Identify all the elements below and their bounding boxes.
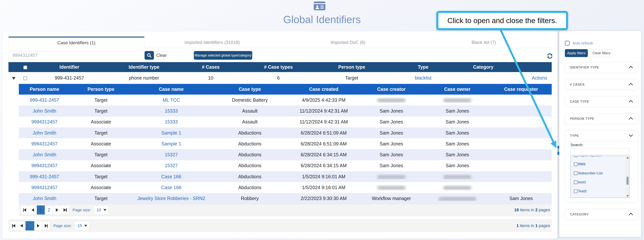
person-name-link[interactable]: 999-431-2457: [30, 97, 59, 103]
scroll-down-button[interactable]: [626, 194, 629, 198]
inner-pager-page-2-button[interactable]: 2: [45, 206, 53, 215]
person-name-link[interactable]: John Smith: [33, 130, 56, 135]
triangle-left-icon: [13, 224, 15, 228]
case-name-link[interactable]: ML TCC: [162, 97, 180, 103]
type-option-label: RMS: [578, 162, 586, 166]
case-name-link[interactable]: Sample 1: [161, 130, 181, 135]
id-card-icon: [314, 1, 326, 10]
case-name-link[interactable]: Case 166: [161, 174, 181, 179]
person-name-link[interactable]: 9994312457: [32, 185, 58, 190]
row-expander[interactable]: [8, 75, 19, 81]
filter-section-title: CATEGORY: [570, 213, 589, 216]
filter-section-header-category[interactable]: CATEGORY: [565, 209, 638, 220]
filter-section-header-case-type[interactable]: CASE TYPE: [565, 96, 638, 107]
person-name-link[interactable]: John Smith: [33, 108, 56, 114]
search-button[interactable]: [144, 51, 154, 60]
inner-pager-page-1-button[interactable]: 1: [37, 206, 45, 215]
actions-link[interactable]: Actions: [532, 75, 547, 81]
type-options-listbox: Report SystemRMSSubscriber Listtest1Test…: [570, 156, 629, 198]
tab-case-identifiers-1[interactable]: Case Identifiers (1): [8, 37, 144, 48]
outer-pager-last-page-button[interactable]: [42, 221, 50, 231]
row-checkbox-cell: [19, 75, 32, 81]
outer-pager-page-size-select[interactable]: 15: [74, 221, 89, 231]
type-option-label: Report System: [578, 156, 602, 157]
type-search-input[interactable]: [570, 148, 629, 155]
filter-section-header-identifier-type[interactable]: IDENTIFIER TYPE: [565, 62, 638, 73]
last-page-icon: [45, 224, 48, 228]
type-option-checkbox[interactable]: [574, 171, 578, 175]
outer-pager-first-page-button[interactable]: [10, 221, 18, 231]
inner-header-case-type: Case type: [211, 87, 289, 92]
splitter-bar[interactable]: [557, 31, 559, 239]
outer-pager-pages-count: 1: [535, 223, 538, 228]
case-creator: Sam Jones: [358, 152, 424, 157]
filter-section-title: TYPE: [570, 134, 579, 138]
filter-section-header-person-type[interactable]: PERSON TYPE: [565, 113, 638, 124]
type-option-rms[interactable]: RMS: [571, 160, 629, 169]
outer-pager-page-1-button[interactable]: 1: [26, 221, 34, 231]
inner-pager-page-size-select[interactable]: 10: [94, 205, 108, 215]
case-name-link[interactable]: 15333: [165, 119, 178, 124]
person-name-link[interactable]: John Smith: [33, 196, 56, 201]
case-name-link[interactable]: Case 166: [161, 185, 181, 190]
case-owner: Sam Jones: [424, 163, 490, 168]
filters-panel: Auto refresh Apply filters Clear filters…: [559, 31, 641, 237]
outer-header-cases: # Cases: [181, 64, 241, 70]
type-option-checkbox[interactable]: [574, 190, 578, 193]
case-name-link[interactable]: Jewelry Store Robberies - SRN2: [137, 196, 205, 201]
refresh-button[interactable]: [547, 53, 552, 58]
case-owner: [424, 196, 490, 201]
person-name-link[interactable]: 9994312457: [32, 141, 58, 146]
tab-black-list-7[interactable]: Black list (7): [416, 37, 552, 48]
scroll-up-button[interactable]: [626, 156, 629, 159]
type-option-checkbox[interactable]: [574, 156, 578, 157]
type-option-checkbox[interactable]: [574, 162, 578, 166]
scrollbar-thumb[interactable]: [626, 177, 628, 185]
auto-refresh-toggle[interactable]: Auto refresh: [565, 41, 593, 46]
identifier-search-input[interactable]: [8, 51, 144, 60]
clear-filters-button[interactable]: Clear filters: [590, 49, 612, 57]
select-all-checkbox[interactable]: [24, 66, 27, 69]
inner-pager-buttons: 12: [20, 205, 69, 215]
listbox-scrollbar[interactable]: [626, 156, 629, 198]
type-link[interactable]: blacklist: [415, 75, 432, 81]
type-option-test2[interactable]: Test2: [571, 187, 629, 196]
inner-pager-next-page-button[interactable]: [53, 206, 61, 215]
clear-search-button[interactable]: Clear: [156, 51, 168, 60]
type-option-test1[interactable]: test1: [571, 178, 629, 187]
inner-pager-page-size-label: Page size:: [72, 208, 91, 212]
type-option-report-system[interactable]: Report System: [571, 156, 629, 160]
inner-pager-first-page-button[interactable]: [21, 206, 29, 215]
outer-pager-next-page-button[interactable]: [34, 221, 42, 231]
person-name-link[interactable]: 999-431-2457: [30, 174, 59, 179]
case-name-link[interactable]: 15327: [165, 163, 178, 168]
case-name-link[interactable]: Sample 1: [161, 141, 181, 146]
inner-pager-prev-page-button[interactable]: [29, 206, 37, 215]
case-name: 15333: [132, 119, 211, 124]
manage-global-type-button[interactable]: Manage selected global type/category: [194, 51, 252, 60]
case-name-link[interactable]: 15327: [165, 152, 178, 157]
row-checkbox[interactable]: [23, 76, 27, 80]
filter-section-header-type[interactable]: TYPE: [565, 130, 638, 141]
tab-imported-doc-6[interactable]: Imported DoC (6): [280, 37, 416, 48]
collapse-row-icon: [12, 77, 16, 80]
tab-imported-identifiers-31018[interactable]: Imported Identifiers (31018): [144, 37, 280, 48]
apply-filters-button[interactable]: Apply filters: [565, 49, 588, 57]
person-name-link[interactable]: 9994312457: [32, 163, 58, 168]
inner-pager-last-page-button[interactable]: [61, 206, 69, 215]
person-name-link[interactable]: John Smith: [33, 152, 56, 157]
case-name-link[interactable]: 15333: [165, 108, 178, 114]
inner-table-header: Person namePerson typeCase nameCase type…: [19, 84, 552, 95]
outer-pager-buttons: 1: [10, 221, 50, 231]
person-name-link[interactable]: 9994312457: [32, 119, 58, 124]
auto-refresh-checkbox[interactable]: [565, 41, 570, 46]
inner-header-person-name: Person name: [19, 87, 70, 92]
type-option-checkbox[interactable]: [574, 181, 578, 184]
type-option-subscriber-list[interactable]: Subscriber List: [571, 169, 629, 178]
case-type: Abductions: [211, 174, 289, 179]
inner-header-case-name: Case name: [132, 87, 211, 92]
case-created: 6/28/2024 6:51:09 AM: [289, 130, 358, 136]
case-created: 4/9/2025 4:42:33 PM: [289, 97, 358, 103]
filter-section-header-cases[interactable]: # CASES: [565, 79, 638, 90]
outer-pager-prev-page-button[interactable]: [18, 221, 26, 231]
